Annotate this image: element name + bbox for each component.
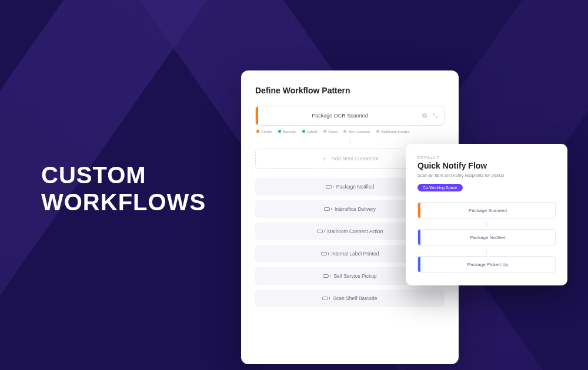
quick-notify-card: DEFAULT Quick Notify Flow Scan an item a… [406, 144, 567, 285]
headline-line-1: CUSTOM [41, 162, 206, 189]
svg-rect-0 [423, 115, 426, 117]
trigger-label: Package OCR Scanned [258, 113, 422, 119]
plug-icon [322, 297, 328, 300]
marketing-headline: CUSTOM WORKFLOWS [41, 162, 206, 216]
quick-badge[interactable]: Co-Working Space [417, 184, 463, 191]
quick-kicker: DEFAULT [417, 156, 556, 160]
editor-title: Define Workflow Pattern [255, 86, 445, 95]
svg-rect-1 [423, 114, 426, 117]
quick-step[interactable]: Package Picked Up [417, 256, 556, 273]
quick-step[interactable]: Package Notified [417, 229, 556, 245]
plug-icon [323, 274, 329, 278]
tag-additional-images[interactable]: Additional Images [376, 129, 410, 133]
tag-labels[interactable]: Labels [302, 129, 318, 133]
headline-line-2: WORKFLOWS [41, 189, 206, 216]
plug-icon [324, 207, 330, 211]
tag-barcode[interactable]: Barcode [278, 129, 296, 133]
add-connector-label: Add New Connector [332, 156, 379, 162]
connector-step[interactable]: Scan Shelf Barcode [255, 290, 445, 307]
tag-notes[interactable]: Notes [323, 129, 338, 133]
quick-step[interactable]: Package Scanned [417, 202, 556, 218]
plug-icon [326, 185, 332, 189]
tag-item-location[interactable]: Item Location [343, 129, 370, 133]
plus-icon: ＋ [321, 155, 328, 162]
trigger-row[interactable]: Package OCR Scanned [255, 106, 445, 126]
copy-icon[interactable] [422, 113, 427, 119]
plug-icon [317, 230, 323, 233]
arrow-down-icon: ↓ [417, 245, 556, 256]
expand-icon[interactable] [432, 113, 438, 119]
trigger-block: Package OCR Scanned Carrier Barcode Labe… [255, 106, 445, 133]
plug-icon [321, 252, 327, 255]
quick-subtitle: Scan an item and notify recipients for p… [417, 173, 556, 178]
tag-carrier[interactable]: Carrier [256, 129, 272, 133]
arrow-down-icon: ↓ [417, 218, 556, 229]
trigger-tags: Carrier Barcode Labels Notes Item Locati… [255, 129, 445, 133]
quick-step-list: Package Scanned ↓ Package Notified ↓ Pac… [417, 202, 556, 273]
quick-title: Quick Notify Flow [417, 161, 556, 170]
